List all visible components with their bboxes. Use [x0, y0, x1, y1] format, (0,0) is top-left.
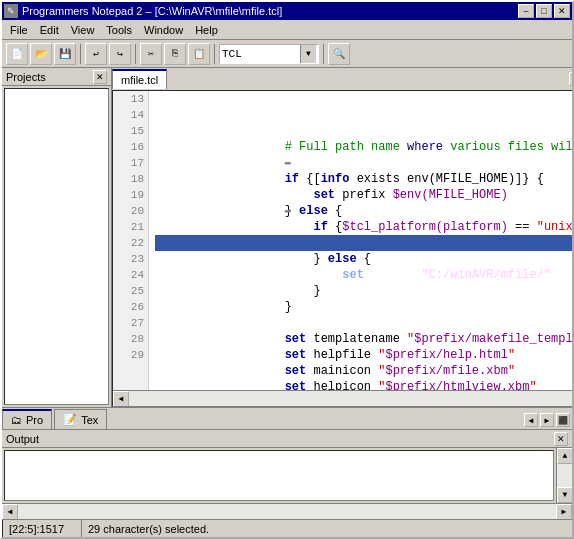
- code-line-23: }: [155, 251, 572, 267]
- line-num-15: 15: [113, 123, 144, 139]
- menu-edit[interactable]: Edit: [34, 22, 65, 38]
- menu-tools[interactable]: Tools: [100, 22, 138, 38]
- code-line-17: set prefix $env(MFILE_HOME): [155, 155, 572, 171]
- cut-button[interactable]: ✂: [140, 43, 162, 65]
- menu-help[interactable]: Help: [189, 22, 224, 38]
- code-editor[interactable]: 13 14 15 16 17 18 19 20 21 22 23 24: [112, 90, 572, 407]
- separator-2: [135, 44, 136, 64]
- bottom-tab-btn3[interactable]: ⬛: [556, 413, 570, 427]
- line-num-21: 21: [113, 219, 144, 235]
- output-close-button[interactable]: ✕: [554, 432, 568, 446]
- line-num-18: 18: [113, 171, 144, 187]
- status-position: [22:5] : 1517: [2, 520, 82, 537]
- bottom-tab-projects-label: Pro: [26, 414, 43, 426]
- menu-view[interactable]: View: [65, 22, 101, 38]
- output-text-area[interactable]: [4, 450, 554, 501]
- code-line-25: [155, 283, 572, 299]
- language-label: TCL: [222, 48, 242, 60]
- bottom-tab-btn1[interactable]: ◀: [524, 413, 538, 427]
- paste-button[interactable]: 📋: [188, 43, 210, 65]
- bottom-tab-btn2[interactable]: ▶: [540, 413, 554, 427]
- separator-1: [80, 44, 81, 64]
- status-selection: 29 character(s) selected.: [82, 520, 572, 537]
- bottom-tab-text-icon: 📝: [63, 413, 77, 426]
- toolbar: 📄 📂 💾 ↩ ↪ ✂ ⎘ 📋 TCL ▼ 🔍: [2, 40, 572, 68]
- cursor-offset-val: 1517: [40, 523, 64, 535]
- code-line-24: }: [155, 267, 572, 283]
- bottom-tab-projects-icon: 🗂: [11, 414, 22, 426]
- editor-tab-mfile[interactable]: mfile.tcl: [112, 69, 167, 89]
- projects-header: Projects ✕: [2, 68, 111, 86]
- output-panel: Output ✕ ▲ ▼ ◀ ▶: [2, 429, 572, 519]
- horizontal-scrollbar[interactable]: ◀ ▶: [113, 390, 572, 406]
- open-button[interactable]: 📂: [30, 43, 52, 65]
- bottom-tabs: 🗂 Pro 📝 Tex ◀ ▶ ⬛: [2, 407, 572, 429]
- output-scroll-left[interactable]: ◀: [2, 504, 18, 520]
- output-scroll-right[interactable]: ▶: [556, 504, 572, 520]
- menu-window[interactable]: Window: [138, 22, 189, 38]
- line-num-22: 22: [113, 235, 144, 251]
- cursor-position: [22:5]: [9, 523, 37, 535]
- selection-text: 29 character(s) selected.: [88, 523, 209, 535]
- minimize-button[interactable]: –: [518, 4, 534, 18]
- language-dropdown[interactable]: TCL ▼: [219, 44, 319, 64]
- projects-tree[interactable]: [4, 88, 109, 405]
- copy-button[interactable]: ⎘: [164, 43, 186, 65]
- output-vscroll[interactable]: ▲ ▼: [556, 448, 572, 503]
- dropdown-arrow[interactable]: ▼: [300, 45, 316, 63]
- code-line-28: set mainicon "$prefix/mfile.xbm": [155, 331, 572, 347]
- code-line-29: set helpicon "$prefix/htmlview.xbm": [155, 347, 572, 363]
- redo-button[interactable]: ↪: [109, 43, 131, 65]
- editor-tabs-row: mfile.tcl ◀ ▶ ✕: [112, 68, 572, 90]
- output-scroll-down[interactable]: ▼: [557, 487, 573, 503]
- scroll-track-h[interactable]: [129, 391, 572, 406]
- tab-controls: ◀ ▶ ✕: [569, 72, 572, 86]
- output-header: Output ✕: [2, 430, 572, 448]
- app-icon: ✎: [4, 4, 18, 18]
- projects-panel: Projects ✕: [2, 68, 112, 407]
- code-line-22: set prefix "C:/winAVR/mfile/": [155, 235, 572, 251]
- code-text: # Full path name where various files wil…: [149, 91, 572, 390]
- save-button[interactable]: 💾: [54, 43, 76, 65]
- line-num-14: 14: [113, 107, 144, 123]
- undo-button[interactable]: ↩: [85, 43, 107, 65]
- line-num-17: 17: [113, 155, 144, 171]
- tab-prev-button[interactable]: ◀: [569, 72, 572, 86]
- separator-3: [214, 44, 215, 64]
- line-num-24: 24: [113, 267, 144, 283]
- code-line-26: set templatename "$prefix/makefile_templ…: [155, 299, 572, 315]
- line-num-23: 23: [113, 251, 144, 267]
- scroll-left-button[interactable]: ◀: [113, 391, 129, 406]
- menu-file[interactable]: File: [4, 22, 34, 38]
- line-num-20: 20: [113, 203, 144, 219]
- status-bar: [22:5] : 1517 29 character(s) selected.: [2, 519, 572, 537]
- close-button[interactable]: ✕: [554, 4, 570, 18]
- new-button[interactable]: 📄: [6, 43, 28, 65]
- output-scroll-track[interactable]: [557, 464, 572, 487]
- projects-close-button[interactable]: ✕: [93, 70, 107, 84]
- code-line-27: set helpfile "$prefix/help.html": [155, 315, 572, 331]
- code-line-16: ▬ if {[info exists env(MFILE_HOME)]} {: [155, 139, 572, 155]
- search-button[interactable]: 🔍: [328, 43, 350, 65]
- bottom-tab-text[interactable]: 📝 Tex: [54, 409, 107, 429]
- code-line-13: [155, 91, 572, 107]
- tab-label: mfile.tcl: [121, 74, 158, 86]
- title-text: Programmers Notepad 2 – [C:\WinAVR\mfile…: [22, 5, 518, 17]
- bottom-tab-controls: ◀ ▶ ⬛: [522, 411, 572, 429]
- line-num-13: 13: [113, 91, 144, 107]
- code-line-14: # Full path name where various files wil…: [155, 107, 572, 123]
- code-line-18: } else {: [155, 171, 572, 187]
- output-htrack[interactable]: [18, 504, 556, 519]
- line-num-27: 27: [113, 315, 144, 331]
- line-num-19: 19: [113, 187, 144, 203]
- bottom-tab-text-label: Tex: [81, 414, 98, 426]
- code-line-19: ▬ if {$tcl_platform(platform) == "unix"}…: [155, 187, 572, 203]
- output-body: ▲ ▼: [2, 448, 572, 503]
- output-scroll-up[interactable]: ▲: [557, 448, 573, 464]
- output-hscroll[interactable]: ◀ ▶: [2, 503, 572, 519]
- code-line-15: [155, 123, 572, 139]
- line-numbers: 13 14 15 16 17 18 19 20 21 22 23 24: [113, 91, 149, 390]
- line-num-29: 29: [113, 347, 144, 363]
- bottom-tab-projects[interactable]: 🗂 Pro: [2, 409, 52, 429]
- maximize-button[interactable]: □: [536, 4, 552, 18]
